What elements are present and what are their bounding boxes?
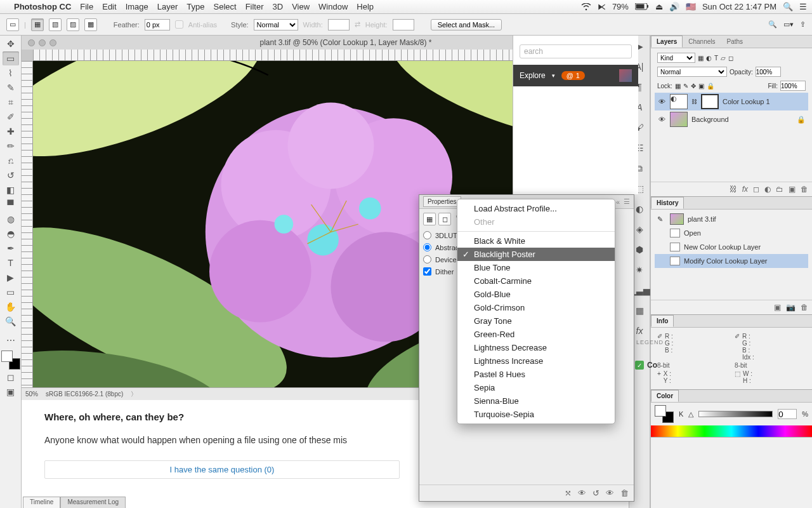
mentions-badge[interactable]: @1 [561,71,585,80]
color-spectrum[interactable] [651,425,812,437]
layer-mask-thumb[interactable] [701,94,719,109]
stamp-tool-icon[interactable]: ⎌ [3,154,19,168]
tab-measurement[interactable]: Measurement Log [60,497,126,508]
app-name[interactable]: Photoshop CC [14,2,71,11]
k-slider[interactable] [698,411,773,417]
volume-icon[interactable]: 🔊 [669,2,679,11]
lut-grid-icon[interactable]: ▦ [423,213,436,225]
fg-swatch[interactable] [655,405,666,417]
layer-thumb[interactable] [670,112,688,127]
selection-new-icon[interactable]: ▦ [31,18,44,31]
ruler-vertical[interactable] [22,61,33,387]
lasso-tool-icon[interactable]: ⌇ [3,66,19,80]
dd-item[interactable]: Gold-Blue [457,288,615,301]
workspace-icon[interactable]: ▭▾ [783,20,794,29]
gradient-tool-icon[interactable]: ▀ [3,197,19,211]
layer-row-colorlookup[interactable]: 👁 ◐ ⛓ Color Lookup 1 [655,93,808,110]
feather-input[interactable] [145,19,170,30]
menu-select[interactable]: Select [213,2,236,11]
marquee-tool-icon[interactable]: ▭ [3,51,19,65]
styles-icon[interactable]: ◈ [632,222,646,236]
quickmask-icon[interactable]: ◻ [3,370,19,384]
selection-intersect-icon[interactable]: ▩ [84,18,97,31]
menu-layer[interactable]: Layer [157,2,178,11]
histogram-icon[interactable]: ▁▃▅ [632,283,646,297]
dd-item[interactable]: Sienna-Blue [457,394,615,408]
brush-tool-icon[interactable]: ✏ [3,139,19,153]
history-brush-tool-icon[interactable]: ↺ [3,168,19,182]
selection-add-icon[interactable]: ▧ [49,18,62,31]
opacity-input[interactable] [756,67,781,77]
adjustment-icon[interactable]: ◐ [764,185,771,194]
snapshot-icon[interactable]: 📷 [786,303,796,312]
k-input[interactable] [778,409,797,419]
wifi-icon[interactable] [581,3,591,11]
menu-3d[interactable]: 3D [273,2,284,11]
dd-item[interactable]: Green-Red [457,328,615,341]
3dlut-radio[interactable] [423,231,431,239]
zoom-tool-icon[interactable]: 🔍 [3,314,19,328]
lock-all-icon[interactable]: 🔒 [707,83,714,90]
fx-icon[interactable]: fx [632,324,646,338]
battery-icon[interactable] [635,3,649,10]
compass-icon[interactable]: ✷ [632,263,646,277]
link-icon[interactable]: ⛓ [691,98,697,105]
menu-type[interactable]: Type [187,2,204,11]
visibility-icon[interactable]: 👁 [657,98,666,105]
tab-properties[interactable]: Properties [423,196,461,207]
filter-shape-icon[interactable]: ▱ [721,55,726,62]
menu-file[interactable]: File [80,2,93,11]
history-step[interactable]: Modify Color Lookup Layer [655,254,808,268]
delete-icon[interactable]: 🗑 [620,488,629,498]
slider-handle-icon[interactable]: △ [688,410,693,418]
toggle-visibility-icon[interactable]: 👁 [606,488,614,498]
lock-trans-icon[interactable]: ▦ [675,83,681,90]
menu-filter[interactable]: Filter [246,2,264,11]
delete-icon[interactable]: 🗑 [801,185,808,194]
menu-image[interactable]: Image [126,2,148,11]
layer-filter-select[interactable]: Kind [657,53,695,63]
color-swatches[interactable] [655,405,674,423]
same-question-button[interactable]: I have the same question (0) [44,460,400,479]
lut-mask-icon[interactable]: ◻ [438,213,451,225]
lock-artboard-icon[interactable]: ▣ [698,83,704,90]
view-previous-icon[interactable]: 👁 [578,488,586,498]
tab-info[interactable]: Info [651,315,674,327]
type-tool-icon[interactable]: T [3,256,19,270]
eject-icon[interactable]: ⏏ [655,2,663,11]
layer-row-background[interactable]: 👁 Background 🔒 [655,110,808,128]
tab-paths[interactable]: Paths [721,36,749,48]
menu-extras-icon[interactable]: ☰ [799,2,807,11]
dd-item[interactable]: Blue Tone [457,261,615,274]
pen-tool-icon[interactable]: ✒ [3,241,19,255]
layer-name[interactable]: Color Lookup 1 [723,98,770,105]
share-icon[interactable]: ⇪ [800,20,806,29]
menu-edit[interactable]: Edit [102,2,116,11]
dd-item[interactable]: Lightness Increase [457,354,615,368]
tab-color[interactable]: Color [651,390,679,402]
history-snapshot[interactable]: ✎ plant 3.tif [655,212,808,226]
selection-subtract-icon[interactable]: ▨ [67,18,79,31]
eyedropper-tool-icon[interactable]: ✐ [3,110,19,124]
group-icon[interactable]: 🗀 [776,185,783,194]
menu-help[interactable]: Help [357,2,374,11]
mask-icon[interactable]: ◻ [753,185,759,194]
new-layer-icon[interactable]: ▣ [789,185,796,194]
adjustments-icon[interactable]: ◐ [632,202,646,216]
quick-select-tool-icon[interactable]: ✎ [3,81,19,95]
avatar[interactable] [619,69,632,82]
collapse-icon[interactable]: « [616,198,620,206]
delete-icon[interactable]: 🗑 [801,303,808,312]
dd-item[interactable]: Pastel 8 Hues [457,368,615,381]
dd-item[interactable]: Gray Tone [457,314,615,328]
style-select[interactable]: Normal [254,19,298,30]
adjustment-thumb[interactable]: ◐ [670,94,688,109]
dd-item[interactable]: Turquoise-Sepia [457,408,615,421]
history-step[interactable]: Open [655,226,808,240]
link-layers-icon[interactable]: ⛓ [730,185,737,194]
clock[interactable]: Sun Oct 22 1:47 PM [702,2,776,11]
dd-item[interactable]: Sepia [457,381,615,394]
panel-menu-icon[interactable]: ☰ [624,197,630,206]
status-chevron-icon[interactable]: 〉 [131,390,137,399]
tab-channels[interactable]: Channels [683,36,721,48]
